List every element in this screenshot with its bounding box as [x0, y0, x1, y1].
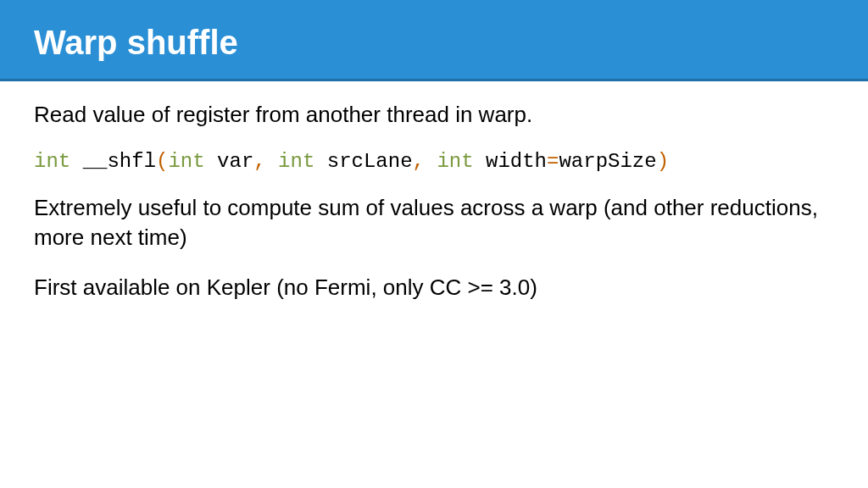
slide-content: Read value of register from another thre…: [0, 81, 868, 341]
equals: =: [547, 150, 559, 173]
comma: ,: [413, 150, 425, 173]
keyword-int: int: [278, 150, 314, 173]
param-srclane: srcLane: [327, 150, 413, 173]
comma: ,: [253, 150, 265, 173]
slide-header: Warp shuffle: [0, 0, 868, 81]
function-name: __shfl: [83, 150, 156, 173]
paragraph-1: Read value of register from another thre…: [34, 100, 834, 130]
paragraph-3: First available on Kepler (no Fermi, onl…: [34, 273, 834, 302]
paren-open: (: [156, 150, 168, 173]
paren-close: ): [657, 150, 669, 173]
default-warpsize: warpSize: [559, 150, 656, 173]
slide-title: Warp shuffle: [34, 24, 834, 62]
keyword-int: int: [168, 150, 204, 173]
keyword-int: int: [437, 150, 473, 173]
keyword-int: int: [34, 150, 70, 173]
paragraph-2: Extremely useful to compute sum of value…: [34, 193, 834, 252]
param-var: var: [217, 150, 253, 173]
code-signature: int __shfl(int var, int srcLane, int wid…: [34, 150, 834, 173]
param-width: width: [486, 150, 547, 173]
